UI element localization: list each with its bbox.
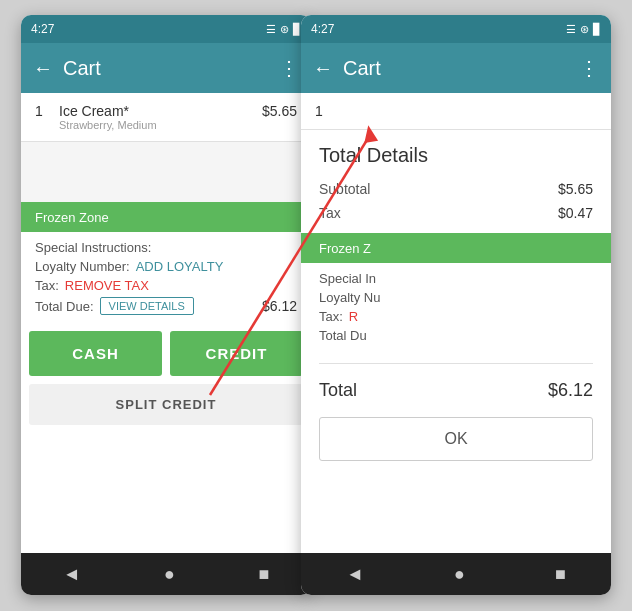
phone2-wifi-icon: ⊛ [580, 23, 589, 36]
phone2: 4:27 ☰ ⊛ ▊ ← Cart ⋮ 1 Total Details [301, 15, 611, 595]
phone2-section-label-text: Frozen Z [319, 241, 371, 256]
phone2-loyalty-label: Loyalty Nu [319, 290, 380, 305]
phone1-loyalty-row: Loyalty Number: ADD LOYALTY [35, 259, 297, 274]
phone2-grand-total-value: $6.12 [548, 380, 593, 401]
phone1-more-button[interactable]: ⋮ [279, 56, 299, 80]
phone1-header-title: Cart [63, 57, 269, 80]
phone1-special-row: Special Instructions: [35, 240, 297, 255]
phone2-special-label: Special In [319, 271, 376, 286]
phone2-tax-row: Tax $0.47 [319, 201, 593, 225]
phone1-item-qty: 1 [35, 103, 51, 119]
phone1-payment-buttons: CASH CREDIT [21, 323, 311, 384]
phone1-nav-bar: ◄ ● ■ [21, 553, 311, 595]
phone2-tax-action-row: Tax: R [319, 309, 593, 324]
phone2-total-due-row: Total Du [319, 328, 593, 343]
phone1-nav-home-icon[interactable]: ● [164, 564, 175, 585]
phone1-back-button[interactable]: ← [33, 57, 53, 80]
phone1-total-label: Total Due: [35, 299, 94, 314]
phone2-subtotal-value: $5.65 [558, 181, 593, 197]
phone2-section-label: Frozen Z [301, 233, 611, 263]
phone1-item-price: $5.65 [262, 103, 297, 119]
phone2-instructions: Special In Loyalty Nu Tax: R Total Du [301, 263, 611, 355]
phone1-tax-action[interactable]: REMOVE TAX [65, 278, 149, 293]
phone2-header-title: Cart [343, 57, 569, 80]
phone2-nav-back-icon[interactable]: ◄ [346, 564, 364, 585]
phone2-total-details: Total Details Subtotal $5.65 Tax $0.47 [301, 130, 611, 225]
phone1-status-bar: 4:27 ☰ ⊛ ▊ [21, 15, 311, 43]
phone2-nav-bar: ◄ ● ■ [301, 553, 611, 595]
phone1-total-row: Total Due: VIEW DETAILS $6.12 [35, 297, 297, 315]
phone1-tax-label: Tax: [35, 278, 59, 293]
phone1-special-label: Special Instructions: [35, 240, 151, 255]
phone1-instructions-area: Special Instructions: Loyalty Number: AD… [21, 232, 311, 323]
phone1-item-name: Ice Cream* [59, 103, 254, 119]
phone2-tax-value: $0.47 [558, 205, 593, 221]
phone1-nav-back-icon[interactable]: ◄ [63, 564, 81, 585]
phone2-loyalty-row: Loyalty Nu [319, 290, 593, 305]
phone2-total-due-label: Total Du [319, 328, 367, 343]
phone1-signal-icon: ☰ [266, 23, 276, 36]
phone2-battery-icon: ▊ [593, 23, 601, 36]
phone2-divider [319, 363, 593, 364]
phone1-item-info: Ice Cream* Strawberry, Medium [59, 103, 254, 131]
phone1-tax-row: Tax: REMOVE TAX [35, 278, 297, 293]
phone2-signal-icon: ☰ [566, 23, 576, 36]
phone2-grand-total-row: Total $6.12 [301, 372, 611, 409]
phone1-view-details-button[interactable]: VIEW DETAILS [100, 297, 194, 315]
phone2-subtotal-label: Subtotal [319, 181, 370, 197]
phone2-total-details-title: Total Details [319, 144, 593, 167]
phone2-status-icons: ☰ ⊛ ▊ [566, 23, 601, 36]
phone1-item-desc: Strawberry, Medium [59, 119, 254, 131]
phone1-loyalty-action[interactable]: ADD LOYALTY [136, 259, 224, 274]
phone1-battery-icon: ▊ [293, 23, 301, 36]
phone2-ok-button[interactable]: OK [319, 417, 593, 461]
phone2-back-button[interactable]: ← [313, 57, 333, 80]
phone2-time: 4:27 [311, 22, 334, 36]
phone1-wifi-icon: ⊛ [280, 23, 289, 36]
phone1-cart-item: 1 Ice Cream* Strawberry, Medium $5.65 [21, 93, 311, 142]
phone1-app-header: ← Cart ⋮ [21, 43, 311, 93]
phone2-grand-total-label: Total [319, 380, 357, 401]
phone1-section-label: Frozen Zone [21, 202, 311, 232]
phone2-nav-home-icon[interactable]: ● [454, 564, 465, 585]
phone1-cash-button[interactable]: CASH [29, 331, 162, 376]
phone2-subtotal-row: Subtotal $5.65 [319, 177, 593, 201]
phone1-status-icons: ☰ ⊛ ▊ [266, 23, 301, 36]
phone1-time: 4:27 [31, 22, 54, 36]
phone1-loyalty-label: Loyalty Number: [35, 259, 130, 274]
phone1-section-label-text: Frozen Zone [35, 210, 109, 225]
phone1: 4:27 ☰ ⊛ ▊ ← Cart ⋮ 1 Ice Cream* Strawbe… [21, 15, 311, 595]
phone2-app-header: ← Cart ⋮ [301, 43, 611, 93]
phone2-more-button[interactable]: ⋮ [579, 56, 599, 80]
phone2-special-row: Special In [319, 271, 593, 286]
phone1-spacer [21, 142, 311, 202]
phone2-tax-row-label: Tax: [319, 309, 343, 324]
phone2-cart-row: 1 [301, 93, 611, 130]
phone2-item-qty: 1 [315, 103, 331, 119]
phone1-nav-recents-icon[interactable]: ■ [258, 564, 269, 585]
phones-container: 4:27 ☰ ⊛ ▊ ← Cart ⋮ 1 Ice Cream* Strawbe… [0, 0, 632, 611]
phone1-credit-button[interactable]: CREDIT [170, 331, 303, 376]
phone2-tax-label: Tax [319, 205, 341, 221]
phone1-split-credit-button[interactable]: SPLIT CREDIT [29, 384, 303, 425]
phone2-status-bar: 4:27 ☰ ⊛ ▊ [301, 15, 611, 43]
phone1-total-amount: $6.12 [262, 298, 297, 314]
phone2-nav-recents-icon[interactable]: ■ [555, 564, 566, 585]
phone2-tax-row-action[interactable]: R [349, 309, 358, 324]
